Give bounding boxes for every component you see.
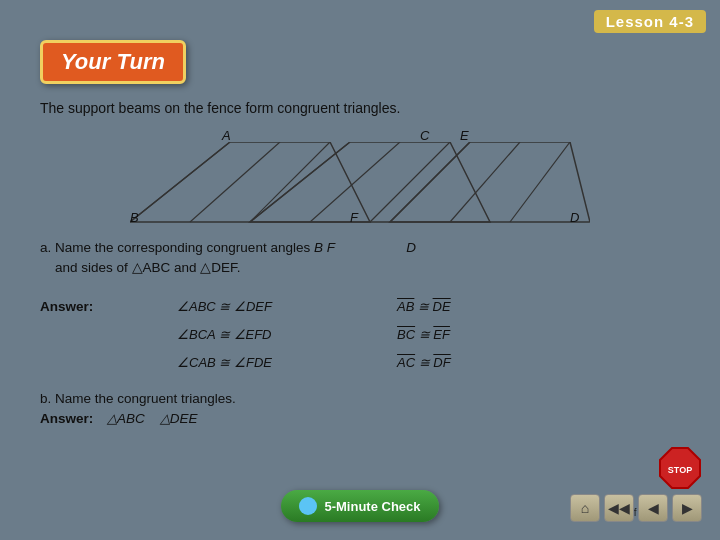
- five-min-label: 5-Minute Check: [324, 499, 420, 514]
- math-row-1-right: AB ≅ DE: [397, 293, 597, 321]
- intro-text: The support beams on the fence form cong…: [40, 100, 680, 116]
- question-a: a. Name the corresponding congruent angl…: [40, 238, 680, 279]
- math-grid: ∠ABC ≅ ∠DEF AB ≅ DE ∠BCA ≅ ∠EFD BC ≅ EF …: [177, 293, 597, 377]
- math-row-1-left: ∠ABC ≅ ∠DEF: [177, 293, 397, 321]
- nav-buttons: ⌂ ◀◀ ◀ ▶: [570, 494, 702, 522]
- svg-line-10: [450, 142, 520, 222]
- label-b: B: [130, 210, 139, 225]
- lesson-badge: Lesson 4-3: [594, 10, 706, 33]
- math-row-2-left: ∠BCA ≅ ∠EFD: [177, 321, 397, 349]
- home-button[interactable]: ⌂: [570, 494, 600, 522]
- question-b: b. Name the congruent triangles.: [40, 391, 680, 406]
- svg-line-11: [510, 142, 570, 222]
- svg-text:STOP: STOP: [668, 465, 692, 475]
- answer-section: Answer: ∠ABC ≅ ∠DEF AB ≅ DE ∠BCA ≅ ∠EFD …: [40, 289, 680, 377]
- fence-svg: [130, 142, 590, 224]
- svg-line-9: [390, 142, 470, 222]
- math-row-2-right: BC ≅ EF: [397, 321, 597, 349]
- answer-b-label: Answer:: [40, 411, 93, 426]
- five-minute-check-button[interactable]: 5-Minute Check: [281, 490, 438, 522]
- answer-b: Answer: △ABC △DEE: [40, 410, 680, 426]
- main-content: The support beams on the fence form cong…: [40, 100, 680, 426]
- forward-button[interactable]: ▶: [672, 494, 702, 522]
- stop-sign-icon: STOP: [658, 446, 702, 490]
- label-f: F: [350, 210, 358, 225]
- answer-label: Answer:: [40, 299, 93, 314]
- your-turn-badge: Your Turn: [40, 40, 186, 84]
- five-min-icon: [299, 497, 317, 515]
- svg-marker-4: [250, 142, 490, 222]
- diagram-area: A C E B F D: [70, 124, 650, 234]
- back-back-button[interactable]: ◀◀: [604, 494, 634, 522]
- label-c: C: [420, 128, 429, 143]
- svg-line-1: [130, 142, 230, 222]
- diagram-labels: A C E B F D: [70, 124, 650, 234]
- svg-marker-8: [390, 142, 590, 222]
- svg-line-5: [250, 142, 350, 222]
- svg-line-3: [250, 142, 330, 222]
- label-e: E: [460, 128, 469, 143]
- svg-line-2: [190, 142, 280, 222]
- label-d: D: [570, 210, 579, 225]
- svg-line-7: [370, 142, 450, 222]
- back-button[interactable]: ◀: [638, 494, 668, 522]
- math-row-3-left: ∠CAB ≅ ∠FDE: [177, 349, 397, 377]
- label-a: A: [222, 128, 231, 143]
- math-row-3-right: AC ≅ DF: [397, 349, 597, 377]
